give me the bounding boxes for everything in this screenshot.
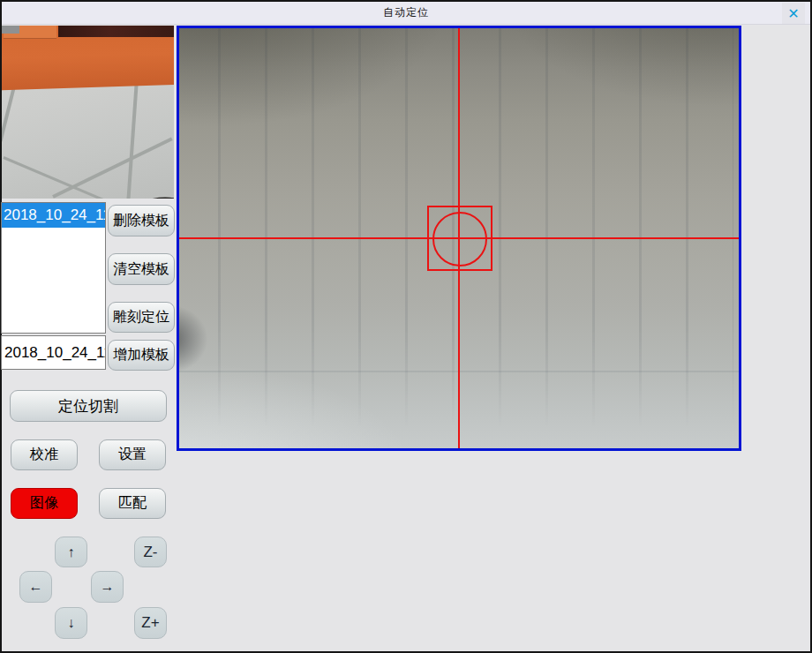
tile-grout-line <box>2 87 15 141</box>
image-button-active[interactable]: 图像 <box>11 488 78 519</box>
tile-grout-line <box>52 137 173 198</box>
jog-right-button[interactable]: → <box>91 571 124 603</box>
delete-template-button[interactable]: 删除模板 <box>108 205 175 236</box>
auto-position-dialog: 自动定位 ✕ 2018_10_24_11 删除模板 清空模板 雕刻定位 增加模板… <box>0 0 812 653</box>
template-list[interactable]: 2018_10_24_11 <box>1 202 106 334</box>
tile-grout-line <box>126 84 138 199</box>
match-button[interactable]: 匹配 <box>99 488 166 519</box>
jog-z-plus-button[interactable]: Z+ <box>134 607 167 639</box>
dark-object <box>108 189 174 199</box>
jog-left-button[interactable]: ← <box>19 571 52 603</box>
camera-view[interactable] <box>177 26 741 451</box>
template-list-item[interactable]: 2018_10_24_11 <box>2 203 105 228</box>
engrave-position-button[interactable]: 雕刻定位 <box>108 302 175 333</box>
jog-up-button[interactable]: ↑ <box>55 537 87 567</box>
calibrate-button[interactable]: 校准 <box>11 439 78 470</box>
target-circle <box>432 212 487 266</box>
dark-bar <box>58 26 174 37</box>
position-cut-button[interactable]: 定位切割 <box>10 390 167 422</box>
jog-z-minus-button[interactable]: Z- <box>134 537 167 567</box>
jog-down-button[interactable]: ↓ <box>55 607 87 639</box>
template-name-input[interactable] <box>1 335 106 370</box>
window-title: 自动定位 <box>383 5 429 20</box>
template-thumbnail <box>2 26 174 199</box>
gray-strip <box>2 26 19 34</box>
title-bar: 自动定位 ✕ <box>2 2 810 25</box>
close-icon[interactable]: ✕ <box>782 3 805 24</box>
settings-button[interactable]: 设置 <box>99 439 166 470</box>
add-template-button[interactable]: 增加模板 <box>108 340 175 371</box>
clear-templates-button[interactable]: 清空模板 <box>108 253 175 285</box>
